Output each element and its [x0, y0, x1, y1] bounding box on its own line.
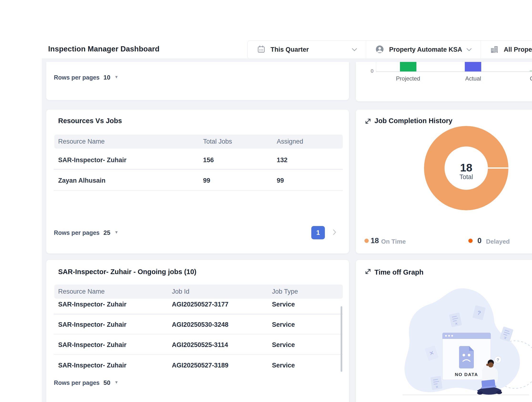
question-mark-icon: ?	[497, 358, 499, 362]
cell-total-jobs: 156	[203, 156, 214, 164]
caret-down-icon[interactable]: ▼	[114, 230, 119, 235]
organization-dropdown[interactable]: Property Automate KSA	[366, 41, 481, 59]
cell-job-type: Service	[272, 321, 295, 328]
top-bar: Inspection Manager Dashboard This Qua	[0, 0, 532, 58]
row-divider	[54, 314, 343, 315]
ongoing-card-title: SAR-Inspector- Zuhair - Ongoing jobs (10…	[58, 268, 196, 276]
cell-job-id: AGI20250527-3189	[172, 362, 228, 369]
actual-bar[interactable]	[465, 62, 481, 71]
table-scrollbar[interactable]	[341, 306, 342, 372]
bar-category-completed-clipped: Completed	[530, 75, 532, 82]
rows-per-pages-label: Rows per pages	[54, 379, 100, 386]
col-total-jobs: Total Jobs	[203, 138, 232, 145]
completed-bar-clipped[interactable]	[530, 70, 532, 71]
delayed-dot	[468, 239, 473, 243]
cell-assigned: 132	[277, 156, 287, 164]
row-divider	[54, 354, 343, 355]
caret-down-icon[interactable]: ▼	[114, 75, 119, 80]
card-bar-chart-clipped: 0 Projected Actual Completed	[356, 62, 532, 101]
cell-resource-name: SAR-Inspector- Zuhair	[58, 301, 127, 308]
bar-chart-y-axis	[376, 62, 376, 71]
cell-job-type: Service	[272, 362, 295, 369]
chevron-down-icon	[352, 48, 357, 53]
cell-job-id: AGI20250530-3248	[172, 321, 228, 328]
col-resource-name: Resource Name	[58, 138, 105, 145]
cell-job-id: AGI20250525-3114	[172, 341, 228, 349]
no-data-illustration: ✕ ? ✕ ✕	[356, 260, 532, 402]
resources-card-title: Resources Vs Jobs	[58, 117, 122, 125]
cell-job-id: AGI20250527-3177	[172, 301, 228, 308]
rows-per-page-control: Rows per pages 50 ▼	[46, 378, 349, 388]
no-data-text: NO DATA	[455, 372, 478, 377]
bar-chart-zero-tick: 0	[363, 68, 374, 74]
cell-resource-name: SAR-Inspector- Zuhair	[58, 362, 127, 369]
cell-resource-name: SAR-Inspector- Zuhair	[58, 321, 127, 328]
card-top-left-clipped: Rows per pages 10 ▼	[46, 62, 349, 100]
cell-job-type: Service	[272, 341, 295, 349]
rows-per-pages-label: Rows per pages	[54, 229, 100, 236]
on-time-value: 18	[371, 236, 379, 245]
rows-per-page-value[interactable]: 10	[103, 74, 110, 81]
donut-total-label: Total	[442, 173, 490, 181]
col-job-id: Job Id	[172, 288, 190, 295]
page-1-button[interactable]: 1	[311, 226, 325, 239]
delayed-label: Delayed	[486, 238, 510, 245]
buildings-icon	[490, 45, 498, 54]
row-divider	[54, 169, 343, 170]
rows-per-page-control: Rows per pages 10 ▼	[46, 73, 349, 82]
row-divider	[54, 334, 343, 334]
page-title: Inspection Manager Dashboard	[48, 45, 159, 53]
on-time-label: On Time	[381, 238, 406, 245]
delayed-value: 0	[477, 236, 481, 245]
chevron-down-icon	[466, 48, 472, 53]
date-range-dropdown[interactable]: This Quarter	[248, 41, 366, 59]
cell-assigned: 99	[277, 177, 284, 184]
organization-label: Property Automate KSA	[389, 46, 462, 53]
col-resource-name: Resource Name	[58, 288, 105, 295]
card-resources-vs-jobs: Resources Vs Jobs Resource Name Total Jo…	[46, 109, 349, 254]
properties-label: All Properties	[504, 46, 532, 53]
rows-per-page-value[interactable]: 50	[103, 379, 110, 387]
projected-bar[interactable]	[400, 62, 416, 71]
rows-per-pages-label: Rows per pages	[54, 74, 100, 81]
user-circle-icon	[376, 45, 384, 54]
card-job-completion-history: Job Completion History 18 Total 18 On Ti…	[356, 109, 532, 254]
dashboard-content: Rows per pages 10 ▼ 0 Projected Actual C…	[42, 58, 532, 402]
cell-resource-name: Zayan Alhusain	[58, 177, 106, 184]
card-time-off-graph: Time off Graph ✕	[356, 260, 532, 402]
donut-total-value: 18	[442, 161, 490, 174]
rows-per-page-value[interactable]: 25	[103, 229, 110, 236]
row-divider	[54, 190, 343, 191]
card-ongoing-jobs: SAR-Inspector- Zuhair - Ongoing jobs (10…	[46, 260, 349, 402]
bar-category-actual: Actual	[456, 75, 490, 82]
on-time-dot	[364, 239, 369, 243]
cell-job-type: Service	[272, 301, 295, 308]
svg-text:✕: ✕	[435, 385, 439, 389]
caret-down-icon[interactable]: ▼	[114, 380, 119, 385]
calendar-icon	[257, 45, 265, 54]
date-range-label: This Quarter	[271, 46, 309, 53]
bar-category-projected: Projected	[391, 75, 425, 82]
properties-dropdown[interactable]: All Properties	[481, 41, 532, 59]
cell-resource-name: SAR-Inspector- Zuhair	[58, 341, 127, 349]
next-page-button[interactable]	[333, 229, 336, 235]
bar-chart-x-axis	[376, 71, 532, 72]
cell-resource-name: SAR-Inspector- Zuhair	[58, 156, 127, 164]
col-job-type: Job Type	[272, 288, 298, 295]
header-filter-group: This Quarter Propert	[247, 40, 532, 59]
inspection-manager-dashboard: Inspection Manager Dashboard This Qua	[0, 0, 532, 402]
completion-donut-chart[interactable]	[356, 110, 532, 254]
cell-total-jobs: 99	[203, 177, 210, 184]
col-assigned: Assigned	[277, 138, 303, 145]
rows-per-page-control: Rows per pages 25 ▼	[46, 228, 349, 238]
